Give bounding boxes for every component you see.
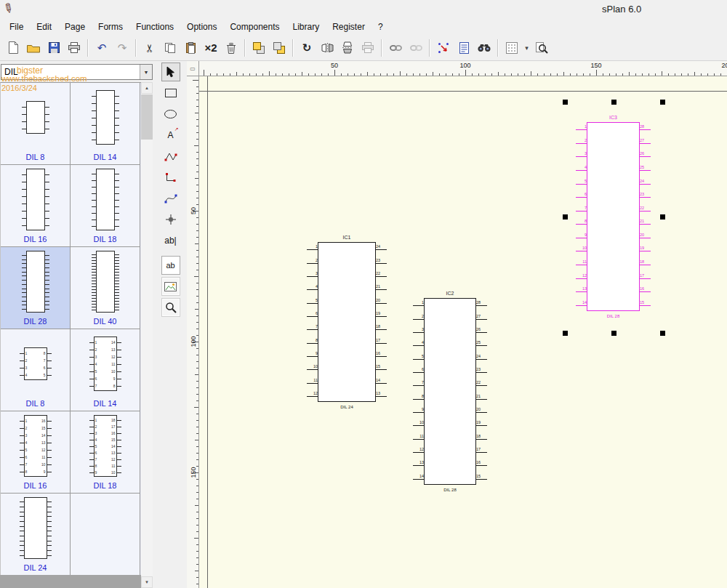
angle-tool[interactable] xyxy=(161,168,180,187)
component-pin xyxy=(476,372,487,373)
selection-handle[interactable] xyxy=(563,214,568,220)
undo-button[interactable]: ↶ xyxy=(92,38,112,58)
mini-pin-number: 3 xyxy=(25,366,28,370)
menu-item-options[interactable]: Options xyxy=(180,20,223,34)
pin-number: 6 xyxy=(415,367,424,371)
mini-pin xyxy=(114,263,119,264)
pin-number: 17 xyxy=(640,273,648,278)
mini-pin xyxy=(116,459,121,460)
component-pin xyxy=(476,332,487,333)
grid-settings-button[interactable] xyxy=(502,38,522,58)
menu-item-help[interactable]: ? xyxy=(371,20,390,34)
dimension-tool[interactable] xyxy=(161,210,180,229)
ellipse-tool[interactable] xyxy=(161,105,180,124)
mirror-horizontal-button[interactable] xyxy=(317,38,337,58)
mini-pin xyxy=(92,310,97,310)
print-button[interactable] xyxy=(64,38,84,58)
library-item-dil-40[interactable]: DIL 40 xyxy=(71,247,140,329)
pointer-tool[interactable] xyxy=(161,63,180,81)
mini-pin xyxy=(89,433,95,434)
send-to-back-button[interactable] xyxy=(269,38,289,58)
schematic-component-ic3[interactable]: IC3DIL 281282273264255246237228219201019… xyxy=(587,122,640,311)
ruler-tick xyxy=(348,73,348,76)
group-button[interactable] xyxy=(385,38,406,58)
selection-handle[interactable] xyxy=(611,331,616,336)
mini-pin xyxy=(20,464,25,465)
ungroup-button[interactable] xyxy=(406,38,426,58)
menu-item-register[interactable]: Register xyxy=(326,20,371,34)
library-scrollbar[interactable]: ▲ ▼ xyxy=(141,82,153,588)
schematic-component-ic1[interactable]: IC1DIL 241242233224215206197188179161015… xyxy=(318,242,376,402)
library-item-dil-18[interactable]: DIL 18 xyxy=(71,165,140,247)
textbox-tool[interactable]: ab xyxy=(161,256,180,275)
open-file-button[interactable] xyxy=(23,38,44,58)
redo-button[interactable]: ↷ xyxy=(112,38,132,58)
drawing-canvas[interactable]: IC1DIL 241242233224215206197188179161015… xyxy=(199,76,727,588)
mini-pin xyxy=(92,118,97,118)
text-tool[interactable]: ab| xyxy=(161,231,180,250)
mirror-vertical-button[interactable] xyxy=(337,38,358,58)
rectangle-tool[interactable] xyxy=(161,84,180,102)
library-item-dil-14[interactable]: DIL 14 xyxy=(71,83,140,165)
library-item-label: DIL 24 xyxy=(1,563,70,572)
selection-handle[interactable] xyxy=(563,100,568,105)
bezier-tool[interactable] xyxy=(161,189,180,208)
library-item-dil-14[interactable]: 1142133124115106978DIL 14 xyxy=(71,329,140,411)
menu-item-edit[interactable]: Edit xyxy=(30,20,58,34)
menu-item-components[interactable]: Components xyxy=(223,20,286,34)
library-item-dil-16[interactable]: 11621531441351261171089DIL 16 xyxy=(1,411,71,494)
menu-item-file[interactable]: File xyxy=(3,20,30,34)
find-button[interactable] xyxy=(474,38,494,58)
pin-number: 16 xyxy=(640,286,648,291)
selection-handle[interactable] xyxy=(660,331,665,336)
zoom-tool[interactable] xyxy=(161,298,180,317)
image-tool[interactable] xyxy=(161,277,180,296)
special-shape-tool[interactable]: A↗ xyxy=(161,126,180,145)
component-pin xyxy=(413,359,424,360)
selection-handle[interactable] xyxy=(660,100,665,105)
duplicate-button[interactable]: ×2 xyxy=(201,38,221,58)
selection-handle[interactable] xyxy=(611,100,616,105)
toolbar-separator xyxy=(244,39,246,57)
ruler-tick xyxy=(498,72,499,76)
copy-button[interactable] xyxy=(160,38,180,58)
selection-handle[interactable] xyxy=(563,331,568,336)
menu-item-functions[interactable]: Functions xyxy=(129,20,180,34)
rotate-button[interactable]: ↻ xyxy=(297,38,317,58)
polyline-tool[interactable] xyxy=(161,147,180,166)
menu-item-forms[interactable]: Forms xyxy=(92,20,129,34)
combo-dropdown-icon[interactable]: ▼ xyxy=(140,65,152,79)
library-category-combo[interactable]: DIL ▼ xyxy=(1,64,153,80)
snap-point-button[interactable] xyxy=(433,38,454,58)
mini-pin xyxy=(92,283,97,284)
bring-to-front-button[interactable] xyxy=(249,38,269,58)
mini-pin xyxy=(114,310,119,310)
library-item-dil-16[interactable]: DIL 16 xyxy=(1,165,71,247)
grid-dropdown-button[interactable]: ▾ xyxy=(522,38,531,58)
ruler-tick xyxy=(196,270,198,270)
library-item-dil-28[interactable]: DIL 28 xyxy=(1,247,71,329)
delete-button[interactable] xyxy=(221,38,241,58)
scrollbar-thumb[interactable] xyxy=(141,94,153,140)
paste-button[interactable] xyxy=(180,38,201,58)
mini-pin-number: 13 xyxy=(111,451,116,455)
library-item-dil-8[interactable]: 18273645DIL 8 xyxy=(1,329,71,411)
save-file-button[interactable] xyxy=(44,38,64,58)
scrollbar-down-button[interactable]: ▼ xyxy=(141,576,153,588)
center-on-page-button[interactable] xyxy=(358,38,378,58)
library-item-dil-24[interactable]: DIL 24 xyxy=(1,494,71,575)
menu-item-library[interactable]: Library xyxy=(286,20,326,34)
selection-handle[interactable] xyxy=(660,214,665,220)
component-list-button[interactable] xyxy=(454,38,474,58)
menu-item-page[interactable]: Page xyxy=(58,20,92,34)
library-item-dil-18[interactable]: 118217316415514613712811910DIL 18 xyxy=(71,411,140,494)
new-document-button[interactable] xyxy=(3,38,23,58)
library-item-dil-8[interactable]: DIL 8 xyxy=(1,83,71,165)
schematic-component-ic2[interactable]: IC2DIL 281282273264255246237228219201019… xyxy=(424,298,476,485)
ruler-tick xyxy=(196,100,198,100)
mirror-vertical-icon xyxy=(342,41,353,54)
zoom-page-button[interactable] xyxy=(531,38,552,58)
mini-pin-number: 9 xyxy=(95,471,97,475)
cut-button[interactable]: ✂ xyxy=(140,38,160,58)
scrollbar-up-button[interactable]: ▲ xyxy=(141,82,153,94)
